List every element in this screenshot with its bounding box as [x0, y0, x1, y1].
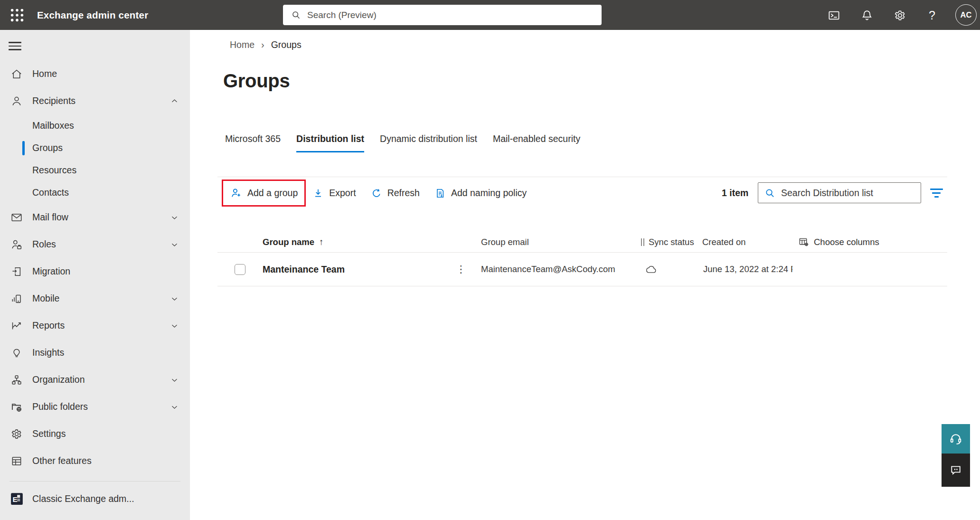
tab-mail-enabled-security[interactable]: Mail-enabled security — [493, 133, 580, 152]
sidebar-item-mail-flow[interactable]: Mail flow — [0, 204, 190, 231]
choose-columns-icon — [798, 236, 809, 247]
column-divider-icon — [641, 238, 644, 246]
global-search-input[interactable] — [307, 10, 573, 20]
person-icon — [10, 95, 23, 107]
column-label: Sync status — [649, 237, 694, 247]
sidebar-item-insights[interactable]: Insights — [0, 339, 190, 366]
column-header-group-email[interactable]: Group email — [481, 232, 529, 252]
row-menu-button[interactable]: ⋮ — [454, 253, 468, 286]
export-label: Export — [329, 188, 356, 199]
filter-button[interactable] — [927, 180, 946, 207]
global-search[interactable] — [283, 5, 602, 25]
sidebar-item-label: Mobile — [32, 293, 59, 304]
powershell-terminal-button[interactable] — [825, 7, 842, 23]
table-header: Group name ↑ Group email Sync status Cre… — [217, 232, 947, 253]
topbar-settings-button[interactable] — [891, 7, 908, 23]
sidebar-item-reports[interactable]: Reports — [0, 312, 190, 339]
sidebar-item-other-features[interactable]: Other features — [0, 447, 190, 474]
add-naming-policy-label: Add naming policy — [451, 188, 527, 199]
app-launcher-icon[interactable] — [7, 7, 28, 24]
sidebar-item-resources[interactable]: Resources — [0, 159, 190, 181]
page-title: Groups — [223, 70, 290, 92]
row-checkbox[interactable] — [235, 264, 245, 275]
item-count: 1 item — [722, 180, 748, 207]
person-briefcase-icon — [10, 238, 23, 251]
mail-icon — [10, 211, 23, 224]
sidebar-item-mobile[interactable]: Mobile — [0, 285, 190, 312]
sidebar-item-label: Settings — [32, 428, 66, 439]
sidebar-item-classic-exchange[interactable]: E Classic Exchange adm... — [0, 485, 190, 512]
add-a-group-button[interactable]: Add a group — [230, 187, 298, 199]
toolbar-divider — [217, 177, 947, 177]
reports-icon — [10, 320, 23, 332]
sidebar-item-label: Organization — [32, 374, 85, 385]
sidebar-item-settings[interactable]: Settings — [0, 420, 190, 447]
chevron-down-icon — [170, 240, 179, 248]
sidebar-item-public-folders[interactable]: Public folders — [0, 393, 190, 420]
sidebar-item-label: Resources — [32, 165, 76, 176]
support-help-button[interactable] — [942, 424, 970, 454]
bell-icon — [861, 9, 873, 21]
table-row[interactable]: Manteinance Team ⋮ MaintenanceTeam@AskCo… — [217, 253, 947, 286]
tab-microsoft-365[interactable]: Microsoft 365 — [225, 133, 281, 152]
waffle-icon — [10, 8, 24, 22]
chevron-down-icon — [170, 213, 179, 221]
sidebar-item-label: Public folders — [32, 401, 88, 412]
export-button[interactable]: Export — [312, 188, 356, 199]
sidebar-item-label: Contacts — [32, 187, 69, 198]
avatar-initials: AC — [961, 10, 972, 19]
sidebar-item-contacts[interactable]: Contacts — [0, 181, 190, 204]
migration-icon — [10, 265, 23, 278]
group-email-cell: MaintenanceTeam@AskCody.com — [481, 253, 615, 286]
refresh-button[interactable]: Refresh — [371, 188, 420, 199]
sidebar-item-label: Classic Exchange adm... — [32, 493, 134, 504]
lightbulb-icon — [10, 347, 23, 359]
cloud-icon — [645, 264, 658, 275]
folder-globe-icon — [10, 401, 23, 413]
tab-distribution-list[interactable]: Distribution list — [296, 133, 364, 152]
chevron-up-icon — [170, 97, 179, 105]
row-checkbox-cell — [235, 253, 245, 286]
sidebar-item-home[interactable]: Home — [0, 60, 190, 87]
chevron-down-icon — [170, 376, 179, 384]
breadcrumb-home-link[interactable]: Home — [230, 39, 254, 50]
breadcrumb-current: Groups — [271, 39, 302, 50]
person-add-icon — [230, 187, 242, 199]
sidebar-item-recipients[interactable]: Recipients — [0, 87, 190, 114]
filter-lines-icon — [930, 189, 943, 190]
created-on-cell: June 13, 2022 at 2:24 PM — [703, 253, 792, 286]
sidebar-item-label: Reports — [32, 320, 65, 331]
column-header-group-name[interactable]: Group name ↑ — [263, 232, 323, 252]
sidebar-item-migration[interactable]: Migration — [0, 258, 190, 285]
list-search[interactable] — [758, 182, 921, 203]
main-content: Home › Groups Groups Microsoft 365 Distr… — [190, 30, 980, 520]
column-label: Group name — [263, 237, 314, 247]
column-header-sync-status[interactable]: Sync status — [641, 232, 694, 252]
add-naming-policy-button[interactable]: Add naming policy — [434, 188, 527, 199]
sidebar-item-label: Roles — [32, 239, 56, 250]
sidebar-item-organization[interactable]: Organization — [0, 366, 190, 393]
tab-dynamic-distribution-list[interactable]: Dynamic distribution list — [380, 133, 477, 152]
sidebar-item-label: Groups — [32, 142, 63, 153]
group-name-cell[interactable]: Manteinance Team — [263, 253, 345, 286]
refresh-label: Refresh — [387, 188, 420, 199]
chevron-down-icon — [170, 294, 179, 303]
gear-icon — [894, 9, 906, 22]
notifications-button[interactable] — [858, 7, 876, 23]
sidebar-item-mailboxes[interactable]: Mailboxes — [0, 114, 190, 137]
nav-collapse-button[interactable] — [9, 38, 28, 54]
account-avatar[interactable]: AC — [955, 4, 977, 26]
feedback-button[interactable] — [942, 454, 970, 487]
sidebar-item-roles[interactable]: Roles — [0, 231, 190, 258]
list-search-input[interactable] — [781, 188, 909, 199]
help-button[interactable]: ? — [923, 7, 941, 23]
app-title: Exchange admin center — [37, 0, 148, 30]
sidebar-item-label: Migration — [32, 266, 70, 277]
choose-columns-button[interactable]: Choose columns — [798, 232, 879, 252]
document-policy-icon — [434, 188, 446, 199]
hamburger-icon — [9, 42, 21, 43]
home-icon — [10, 68, 23, 80]
sidebar-item-groups[interactable]: Groups — [0, 137, 190, 159]
table-icon — [10, 455, 23, 467]
column-header-created-on[interactable]: Created on — [702, 232, 746, 252]
